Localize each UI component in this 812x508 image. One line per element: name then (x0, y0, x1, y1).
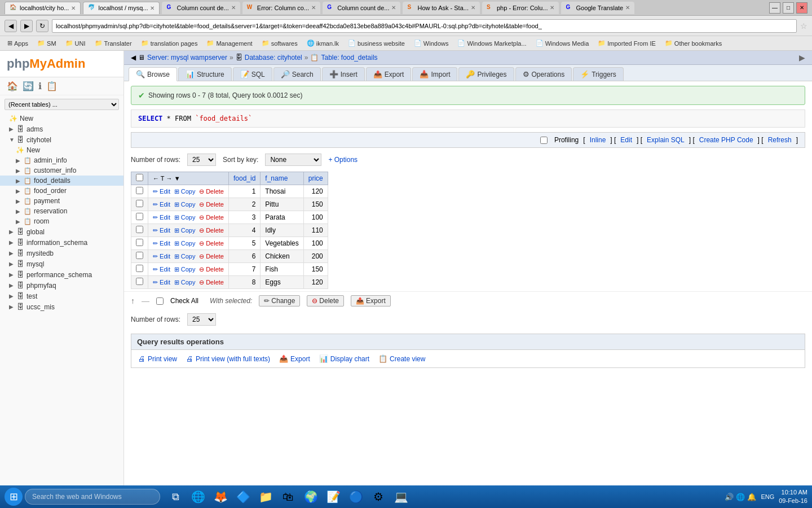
edit-link-1[interactable]: ✏ Edit (153, 201, 170, 208)
bookmark-translation-pages[interactable]: 📁translation pages (138, 38, 201, 48)
change-button[interactable]: ✏ Change (259, 295, 300, 306)
sidebar-item-performance-schema[interactable]: ▶ 🗄performance_schema (0, 269, 123, 280)
delete-link-1[interactable]: ⊖ Delete (199, 201, 224, 208)
explain-sql-link[interactable]: Explain SQL (647, 136, 685, 144)
settings-icon[interactable]: 📋 (46, 81, 58, 91)
copy-link-1[interactable]: ⊞ Copy (174, 201, 196, 208)
tab-structure[interactable]: 📊 Structure (178, 67, 232, 81)
bookmark-business-website[interactable]: 📄business website (345, 38, 408, 48)
row-checkbox-7[interactable] (136, 278, 143, 285)
sidebar-item-mysitedb[interactable]: ▶ 🗄mysitedb (0, 248, 123, 259)
bookmark-windows[interactable]: 📄Windows (411, 38, 452, 48)
tab-1[interactable]: 🏠 localhost/city ho... ✕ (5, 2, 81, 14)
sidebar-item-test[interactable]: ▶ 🗄test (0, 291, 123, 301)
systray-volume-icon[interactable]: 🔊 (725, 493, 734, 501)
row-checkbox-3[interactable] (136, 226, 143, 233)
tab-close-2[interactable]: ✕ (150, 5, 155, 11)
address-bar[interactable] (52, 19, 797, 33)
taskbar-word[interactable]: 📝 (323, 487, 344, 507)
row-checkbox-6[interactable] (136, 265, 143, 272)
bookmark-star-icon[interactable]: ☆ (800, 21, 807, 30)
copy-link-5[interactable]: ⊞ Copy (174, 253, 196, 260)
sidebar-item-mysql[interactable]: ▶ 🗄mysql (0, 259, 123, 269)
minimize-button[interactable]: — (769, 2, 780, 14)
tab-close-1[interactable]: ✕ (71, 5, 76, 11)
copy-link-7[interactable]: ⊞ Copy (174, 279, 196, 286)
tab-search[interactable]: 🔎 Search (273, 67, 321, 81)
taskbar-ie[interactable]: 🌐 (187, 487, 209, 507)
bookmark-windows-marketplace[interactable]: 📄Windows Marketpla... (454, 38, 529, 48)
tab-7[interactable]: S php - Error: Colu... ✕ (482, 2, 559, 14)
taskbar-files[interactable]: 📁 (255, 487, 276, 507)
taskbar-app2[interactable]: 💻 (390, 487, 412, 507)
tab-8[interactable]: G Google Translate ✕ (561, 2, 634, 14)
row-checkbox-1[interactable] (136, 200, 143, 207)
sidebar-item-payment[interactable]: ▶ 📋payment (0, 196, 123, 206)
bookmark-windows-media[interactable]: 📄Windows Media (533, 38, 592, 48)
rows-select-bottom[interactable]: 25 50 100 (187, 313, 216, 326)
tab-close-4[interactable]: ✕ (311, 5, 316, 11)
tab-close-3[interactable]: ✕ (231, 5, 236, 11)
info-icon[interactable]: ℹ (38, 81, 42, 91)
bookmark-ikman[interactable]: 🌐ikman.lk (304, 38, 342, 48)
print-view-link[interactable]: 🖨 Print view (138, 354, 177, 363)
sort-filter-icon[interactable]: ▼ (174, 175, 180, 182)
edit-link[interactable]: Edit (620, 136, 632, 144)
copy-link-4[interactable]: ⊞ Copy (174, 240, 196, 247)
col-food-id-sort[interactable]: food_id (233, 174, 255, 182)
breadcrumb-database[interactable]: Database: cityhotel (245, 54, 302, 62)
copy-link-6[interactable]: ⊞ Copy (174, 266, 196, 273)
sidebar-item-adms[interactable]: ▶ 🗄adms (0, 124, 123, 134)
edit-link-5[interactable]: ✏ Edit (153, 253, 170, 260)
create-php-code-link[interactable]: Create PHP Code (699, 136, 753, 144)
sidebar-item-customer-info[interactable]: ▶ 📋customer_info (0, 165, 123, 176)
taskbar-app1[interactable]: ⚙ (368, 487, 389, 507)
options-link[interactable]: + Options (328, 156, 358, 164)
recent-tables-dropdown[interactable]: (Recent tables) ... (5, 99, 119, 110)
maximize-button[interactable]: □ (783, 2, 794, 14)
start-button[interactable]: ⊞ (5, 488, 23, 506)
recent-tables-select[interactable]: (Recent tables) ... (5, 99, 119, 110)
edit-link-7[interactable]: ✏ Edit (153, 279, 170, 286)
delete-link-3[interactable]: ⊖ Delete (199, 227, 224, 234)
tab-privileges[interactable]: 🔑 Privileges (458, 67, 514, 81)
edit-link-6[interactable]: ✏ Edit (153, 266, 170, 273)
tab-insert[interactable]: ➕ Insert (322, 67, 365, 81)
delete-link-4[interactable]: ⊖ Delete (199, 240, 224, 247)
taskbar-metro[interactable]: 🔷 (232, 487, 254, 507)
bookmark-sm[interactable]: 📁SM (34, 38, 59, 48)
bookmark-imported-ie[interactable]: 📁Imported From IE (595, 38, 659, 48)
edit-link-4[interactable]: ✏ Edit (153, 240, 170, 247)
expand-sidebar-icon[interactable]: ▶ (799, 53, 805, 62)
print-full-view-link[interactable]: 🖨 Print view (with full texts) (186, 354, 270, 363)
row-checkbox-0[interactable] (136, 187, 143, 194)
tab-import[interactable]: 📥 Import (412, 67, 457, 81)
edit-link-0[interactable]: ✏ Edit (153, 188, 170, 195)
col-f-name-sort[interactable]: f_name (265, 174, 288, 182)
back-button[interactable]: ◀ (5, 20, 17, 32)
tab-4[interactable]: W Error: Column co... ✕ (242, 2, 320, 14)
copy-link-2[interactable]: ⊞ Copy (174, 214, 196, 221)
taskbar-firefox[interactable]: 🦊 (210, 487, 231, 507)
sidebar-item-new-root[interactable]: ✨New (0, 113, 123, 124)
bookmark-translater[interactable]: 📁Translater (92, 38, 135, 48)
edit-link-3[interactable]: ✏ Edit (153, 227, 170, 234)
refresh-link[interactable]: Refresh (768, 136, 792, 144)
sidebar-item-information-schema[interactable]: ▶ 🗄information_schema (0, 237, 123, 248)
forward-button[interactable]: ▶ (20, 20, 33, 32)
tab-browse[interactable]: 🔍 Browse (129, 67, 177, 81)
delete-link-2[interactable]: ⊖ Delete (199, 214, 224, 221)
delete-link-0[interactable]: ⊖ Delete (199, 188, 224, 195)
sidebar-item-reservation[interactable]: ▶ 📋reservation (0, 206, 123, 216)
row-checkbox-4[interactable] (136, 239, 143, 246)
sidebar-item-room[interactable]: ▶ 📋room (0, 216, 123, 226)
tab-close-5[interactable]: ✕ (391, 5, 396, 11)
delete-link-7[interactable]: ⊖ Delete (199, 279, 224, 286)
copy-link-3[interactable]: ⊞ Copy (174, 227, 196, 234)
create-view-link[interactable]: 📋 Create view (378, 354, 425, 363)
col-price-sort[interactable]: price (308, 174, 323, 182)
tab-export[interactable]: 📤 Export (366, 67, 412, 81)
copy-link-0[interactable]: ⊞ Copy (174, 188, 196, 195)
sidebar-item-global[interactable]: ▶ 🗄global (0, 226, 123, 237)
taskbar-edge[interactable]: 🌍 (300, 487, 321, 507)
